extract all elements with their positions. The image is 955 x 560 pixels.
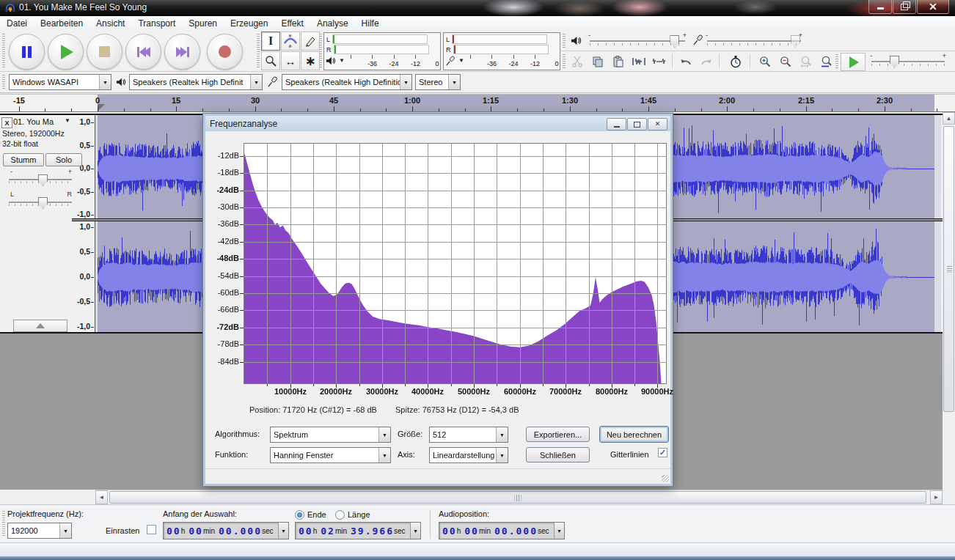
playback-speed-slider[interactable]: - + [871, 54, 945, 69]
menu-item-effekt[interactable]: Effekt [274, 16, 310, 31]
fit-selection-button[interactable] [797, 53, 816, 70]
toolbar-grip[interactable] [563, 34, 566, 48]
spectrum-canvas[interactable] [244, 144, 666, 383]
axis-select[interactable]: Lineardarstellung▼ [429, 447, 508, 463]
menu-item-spuren[interactable]: Spuren [182, 16, 224, 31]
play-at-speed-button[interactable] [841, 53, 866, 71]
chevron-down-icon[interactable]: ▼ [554, 523, 564, 539]
window-titlebar[interactable]: 01. You Make Me Feel So Young [0, 0, 955, 16]
toolbar-grip[interactable] [2, 75, 5, 89]
mute-button[interactable]: Stumm [3, 153, 44, 166]
toolbar-grip[interactable] [257, 34, 260, 69]
track-close-button[interactable]: X [1, 117, 12, 128]
timeshift-tool-button[interactable]: ↔ [281, 51, 300, 70]
timer-record-button[interactable] [726, 53, 745, 70]
minutes-value[interactable]: 02 [321, 526, 335, 537]
vertical-scrollbar[interactable]: ▲ ▼ [943, 112, 955, 504]
snap-to-checkbox[interactable] [147, 525, 156, 534]
undo-button[interactable] [676, 53, 695, 70]
recording-meter[interactable]: L R ▼ -36-24-120 [443, 32, 560, 70]
meter-dropdown-arrow[interactable]: ▼ [339, 57, 345, 64]
selection-start-field[interactable]: 00h 00min 00.000sec ▼ [163, 522, 289, 539]
project-rate-select[interactable]: 192000▼ [7, 523, 72, 539]
gridlines-checkbox[interactable]: ✓ [658, 448, 667, 457]
dialog-maximize-button[interactable] [627, 118, 647, 130]
zoom-tool-button[interactable] [261, 51, 280, 70]
dialog-close-button[interactable]: ✕ [648, 118, 667, 130]
horizontal-scroll-thumb[interactable] [109, 491, 926, 504]
spectrum-plot[interactable] [244, 143, 667, 384]
window-restore-button[interactable] [893, 0, 916, 14]
solo-button[interactable]: Solo [45, 153, 82, 166]
resize-grip[interactable] [662, 475, 669, 482]
export-button[interactable]: Exportieren... [526, 427, 590, 442]
horizontal-scrollbar[interactable]: ◄ ► [95, 490, 943, 504]
envelope-tool-button[interactable] [281, 32, 300, 51]
window-minimize-button[interactable] [868, 0, 892, 14]
toolbar-grip[interactable] [563, 54, 566, 68]
menu-item-datei[interactable]: Datei [0, 16, 34, 31]
menu-item-analyse[interactable]: Analyse [310, 16, 355, 31]
size-select[interactable]: 512▼ [429, 427, 508, 443]
playback-volume-slider[interactable]: - + [590, 34, 685, 48]
audio-host-select[interactable]: Windows WASAPI▼ [9, 74, 111, 90]
close-dialog-button[interactable]: Schließen [526, 447, 590, 463]
seconds-value[interactable]: 00.000 [494, 526, 538, 537]
seconds-value[interactable]: 00.000 [219, 526, 262, 537]
redo-button[interactable] [697, 53, 716, 70]
toolbar-grip[interactable] [2, 511, 5, 537]
playback-meter[interactable]: L R ▼ -36-24-120 [323, 32, 441, 70]
scroll-right-button[interactable]: ► [930, 490, 943, 504]
recording-volume-thumb[interactable] [791, 35, 800, 48]
cut-button[interactable] [568, 53, 587, 70]
algorithm-select[interactable]: Spektrum▼ [270, 427, 391, 443]
scroll-left-button[interactable]: ◄ [95, 490, 108, 504]
hours-value[interactable]: 00 [167, 526, 181, 537]
trim-audio-button[interactable] [629, 53, 648, 70]
recording-device-select[interactable]: Speakers (Realtek High Definition ,▼ [282, 74, 412, 90]
menu-item-ansicht[interactable]: Ansicht [89, 16, 131, 31]
recording-channels-select[interactable]: Stereo▼ [415, 74, 461, 90]
toolbar-grip[interactable] [2, 34, 5, 69]
menu-item-transport[interactable]: Transport [131, 16, 182, 31]
end-radio[interactable] [295, 510, 304, 520]
zoom-in-button[interactable] [755, 53, 775, 70]
playback-speed-thumb[interactable] [890, 56, 899, 68]
menu-item-erzeugen[interactable]: Erzeugen [224, 16, 274, 31]
zoom-out-button[interactable] [776, 53, 795, 70]
toolbar-grip[interactable] [835, 54, 838, 68]
seconds-value[interactable]: 39.966 [351, 526, 394, 537]
menu-item-bearbeiten[interactable]: Bearbeiten [34, 16, 89, 31]
pan-thumb[interactable] [38, 197, 48, 209]
selection-start-pin[interactable] [98, 104, 105, 111]
dialog-titlebar[interactable]: Frequenzanalyse ✕ [205, 116, 670, 131]
vertical-ruler-right[interactable]: 1,00,50,0-0,5-1,0 [72, 221, 95, 332]
length-radio[interactable] [335, 510, 345, 520]
paste-button[interactable] [609, 53, 628, 70]
track-name-menu[interactable]: 01. You Ma ▼ [13, 117, 70, 126]
dialog-minimize-button[interactable] [607, 118, 626, 130]
silence-audio-button[interactable] [650, 53, 669, 70]
pan-slider[interactable]: L R [6, 191, 82, 210]
gain-slider[interactable]: - + [6, 168, 82, 187]
minutes-value[interactable]: 00 [464, 526, 479, 537]
chevron-down-icon[interactable]: ▼ [410, 523, 420, 539]
record-button[interactable] [207, 34, 243, 70]
playback-device-select[interactable]: Speakers (Realtek High Definit▼ [129, 74, 263, 90]
recording-volume-slider[interactable]: - + [707, 34, 801, 48]
vertical-scroll-thumb[interactable] [943, 126, 954, 412]
timeline-ruler[interactable]: -1501530451:001:151:301:452:002:152:30 [0, 94, 955, 112]
gain-thumb[interactable] [38, 174, 48, 186]
toolbar-grip[interactable] [319, 34, 322, 69]
selection-tool-button[interactable]: I [261, 32, 280, 51]
copy-button[interactable] [588, 53, 607, 70]
playback-volume-thumb[interactable] [670, 35, 679, 48]
menu-item-hilfe[interactable]: Hilfe [355, 16, 386, 31]
selection-end-field[interactable]: 00h 02min 39.966sec ▼ [295, 522, 421, 539]
skip-to-end-button[interactable] [164, 34, 200, 70]
meter-dropdown-arrow[interactable]: ▼ [458, 57, 464, 64]
skip-to-start-button[interactable] [125, 34, 161, 70]
pause-button[interactable] [9, 34, 45, 70]
play-button[interactable] [48, 34, 84, 70]
hours-value[interactable]: 00 [299, 526, 313, 537]
